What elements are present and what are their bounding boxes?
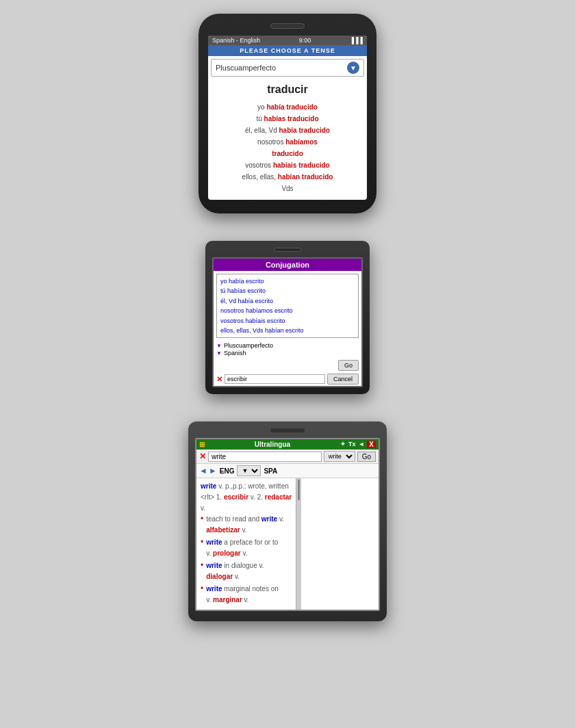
phone3-lang-dropdown[interactable]: write [324,451,355,462]
phone1-signal: ▐▐▐ [350,37,363,44]
phone1-tense-header: PLEASE CHOOSE A TENSE [208,45,367,56]
p2-conj-6: ellos, ellas, Vds habían escrito [220,326,355,335]
phone3-scrollbar[interactable] [296,478,301,610]
phone3-icon-tx[interactable]: Tx [348,441,356,448]
phone1-tense-value: Pluscuamperfecto [216,64,276,72]
phone2-conjugation-list: yo había escrito tú habías escrito él, V… [216,274,359,338]
pronoun-4: nosotros [257,138,285,146]
phone1-speaker [270,23,305,29]
phrase-4-trans: marginar [213,596,242,603]
conj-row-4: nosotros habíamos [215,136,360,148]
phone3-titlebar: ⊞ Ultralingua ✦ Tx ◄ X [196,439,379,450]
phrase-1-trans-pos: v. [242,526,246,534]
phone3-screen: ⊞ Ultralingua ✦ Tx ◄ X ✕ write Go ◄ ► EN… [195,438,380,611]
phone3-def2-num: 2. [257,493,265,501]
phone3-lang2: SPA [264,467,277,475]
phrase-4-rest: marginal notes on [224,585,279,593]
phone1-dropdown[interactable]: Pluscuamperfecto ▼ [211,59,364,77]
phone3-title-icons: ✦ Tx ◄ X [340,441,376,448]
phrase-1-trans: alfabetizar [206,526,240,534]
phrase-3-rest: in dialogue v. [224,562,264,569]
phrase-3-trans: dialogar [206,573,233,580]
phone2-screen: Conjugation yo había escrito tú habías e… [212,257,363,387]
phone1: Spanish - English 9:00 ▐▐▐ PLEASE CHOOSE… [199,14,376,213]
phone3-nav-row: ◄ ► ENG ▼ SPA [196,464,379,478]
phone3-icon-sound[interactable]: ◄ [358,441,364,448]
phone2-input-row: ✕ Cancel [214,372,361,386]
pronoun-1: yo [257,103,266,111]
phrase-4-text: write marginal notes on v. marginar v. [206,584,279,606]
phrase-1-text: teach to read and write v. alfabetizar v… [206,514,284,536]
verb-3: había traducido [279,127,330,134]
phone3-def-rlt: <rlt> 1. escribir v. 2. redactar [201,492,292,503]
phrase-1-pos: v. [279,515,284,523]
phrase-4-trans-pos: v. [244,596,249,603]
chevron-down-icon[interactable]: ▼ [347,62,359,74]
verb-6: habían traducido [278,173,333,181]
phone2-verb-input[interactable] [225,374,325,384]
conj-row-7: Vds [215,183,360,194]
phone2-option-tense[interactable]: ▼ Pluscuamperfecto [216,342,359,349]
phone3-def2-word: redactar [265,493,292,501]
phone3-def1-word: escribir [224,493,248,501]
phone3-phrase-3: • write in dialogue v. dialogar v. [201,560,292,582]
phone3-icon-star[interactable]: ✦ [340,441,346,448]
phrase-3-word: write [206,562,222,569]
p2-conj-5: vosotros habíais escrito [220,316,355,326]
phone3-lang1: ENG [220,467,235,475]
p2-conj-1: yo había escrito [220,276,355,286]
conj-row-1: yo había traducido [215,101,360,113]
forward-arrow-icon[interactable]: ► [209,466,217,476]
pronoun-2: tú [256,115,264,122]
phone2-titlebar: Conjugation [214,259,361,271]
phone1-statusbar: Spanish - English 9:00 ▐▐▐ [208,36,367,45]
conj-row-2: tú habías traducido [215,113,360,125]
phone3-nav-arrows: ◄ ► [199,466,217,476]
phrase-2-trans: prologar [213,549,241,557]
p2-conj-2: tú habías escrito [220,286,355,296]
phone3-clear-icon[interactable]: ✕ [199,452,206,461]
phrase-1-word: write [261,515,277,523]
verb-4b: traducido [272,150,303,157]
collapse-icon-1: ▼ [216,343,222,349]
phrase-1-lead: teach to read and [206,515,261,523]
phone3-lang1-dropdown[interactable]: ▼ [237,465,261,476]
phone1-time: 9:00 [299,37,311,44]
phone3-windows-icon: ⊞ [199,441,205,448]
phone3-main-word: write [201,482,216,490]
phrase-2-rest: a preface for or to [224,538,278,546]
bullet-icon-1: • [201,514,203,523]
phone3-top-bar [270,428,305,432]
phone3-def2-pos-text: v. [201,504,205,512]
phone2-clear-icon[interactable]: ✕ [216,375,222,384]
p2-conj-3: él, Vd había escrito [220,296,355,306]
phone3-phrase-4: • write marginal notes on v. marginar v. [201,584,292,606]
phone3: ⊞ Ultralingua ✦ Tx ◄ X ✕ write Go ◄ ► EN… [188,421,387,621]
verb-1: había traducido [266,103,317,111]
phone1-carrier: Spanish - English [212,37,260,44]
phrase-3-trans-pos: v. [235,573,240,580]
phone1-conjugation-list: yo había traducido tú habías traducido é… [208,99,367,200]
phrase-3-text: write in dialogue v. dialogar v. [206,560,264,582]
phone3-phrase-1: • teach to read and write v. alfabetizar… [201,514,292,536]
phrase-2-trans-pos: v. [242,549,247,557]
phone2-option-lang[interactable]: ▼ Spanish [216,350,359,356]
phrase-2-text: write a preface for or to v. prologar v. [206,537,278,559]
phone2-lang-label: Spanish [224,350,246,356]
scroll-thumb [298,480,300,500]
phone2-cancel-button[interactable]: Cancel [327,374,359,385]
phrase-2-pos: v. [206,549,213,557]
phone3-search-input[interactable] [208,452,322,462]
phone3-content: write v. p.,p.p.: wrote, written <rlt> 1… [196,478,296,610]
phone2-button-row: Go [214,359,361,372]
phone3-close-icon[interactable]: X [367,441,376,448]
p2-conj-4: nosotros habíamos escrito [220,306,355,315]
phone2: Conjugation yo había escrito tú habías e… [205,241,370,394]
phone2-go-button[interactable]: Go [338,360,359,371]
phone3-go-button[interactable]: Go [357,452,376,462]
bullet-icon-2: • [201,537,203,547]
bullet-icon-3: • [201,560,203,570]
phone2-tense-label: Pluscuamperfecto [224,342,273,349]
back-arrow-icon[interactable]: ◄ [199,466,207,476]
collapse-icon-2: ▼ [216,350,222,356]
